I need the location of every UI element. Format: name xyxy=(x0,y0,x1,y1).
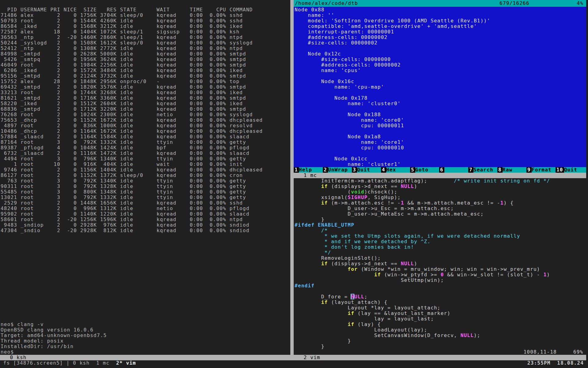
vim-code-line: if (win->w_ptyfd >= 0 && win->w_slot != … xyxy=(295,272,583,278)
vim-code-line: if (lay) { xyxy=(295,322,583,327)
fn-key-10-quit[interactable]: 10Quit xyxy=(556,167,585,173)
fn-key-label: UnWrap xyxy=(328,167,348,173)
vim-code-line: SetCanvasWindow(D_forecv, NULL); xyxy=(295,333,583,338)
window-tab-1: 1 mc xyxy=(90,360,110,366)
process-table: PID USERNAME PRI NICE SIZE RES STATE WAI… xyxy=(1,7,263,233)
vim-code-line: if (layout_attach) { xyxy=(295,300,583,305)
fn-key-number: 3 xyxy=(352,167,357,173)
window-tab-2: 2* vim xyxy=(110,360,136,366)
fn-key-number: 5 xyxy=(410,167,415,173)
vim-code-line: /* xyxy=(295,228,583,233)
fn-key-label: Format xyxy=(532,167,552,173)
status-bar: fs [34876.screen5] | 0 ksh 1 mc 2* vim 2… xyxy=(0,360,588,366)
window-tab-0: 0 ksh xyxy=(73,360,89,366)
clock: 23:55PM 18.08.24 xyxy=(527,360,584,366)
mc-window-bar: 1 mc xyxy=(294,173,586,178)
fn-key-6[interactable]: 6 xyxy=(439,167,468,173)
fn-key-number: 1 xyxy=(294,167,299,173)
screen-session: PID USERNAME PRI NICE SIZE RES STATE WAI… xyxy=(0,0,588,368)
vim-code-line: RemoveLoginSlot(); xyxy=(295,255,583,261)
fn-key-number: 6 xyxy=(439,167,444,173)
pane-divider xyxy=(290,0,294,355)
session-name: fs [34876.screen5] | xyxy=(0,360,73,366)
fn-key-9-format[interactable]: 9Format xyxy=(526,167,556,173)
mc-viewer-percent: 4% xyxy=(577,1,583,6)
fn-key-number: 4 xyxy=(381,167,386,173)
vim-code-line: Layout *lay = layout_attach; xyxy=(295,305,583,311)
fn-key-label: Raw xyxy=(503,167,513,173)
vim-code-line: if (displays->d_next == NULL) xyxy=(295,184,583,189)
vim-code-line xyxy=(295,289,583,294)
fn-key-label: Help xyxy=(299,167,312,173)
vim-code-line: InitTerm(m->m.attach.adaptflag); /* writ… xyxy=(295,178,583,184)
mc-viewer-content: Node 0x88 name: '' model: 'SoftIron Over… xyxy=(295,7,490,167)
vim-ruler: 1008,11-18 69% xyxy=(295,349,583,355)
ksh-window-bar-label: 0 ksh xyxy=(0,355,27,360)
vim-code-line: #ifdef ENABLE_UTMP xyxy=(295,222,583,228)
fn-key-label: Search xyxy=(473,167,493,173)
fn-key-number: 2 xyxy=(323,167,328,173)
vim-code-line: D_user->u_MetaEsc = m->m.attach.meta_esc… xyxy=(295,211,583,217)
mc-viewer-position: 679/16266 xyxy=(499,1,530,6)
fn-key-number: 10 xyxy=(556,167,564,173)
vim-code-line: * don't log zomies back in! xyxy=(295,244,583,250)
vim-code-line: * we set the Utmp slots again, if we wer… xyxy=(295,233,583,239)
fn-key-1-help[interactable]: 1Help xyxy=(294,167,323,173)
mc-viewer-path: /home/alex/code/dtb xyxy=(295,1,358,6)
fn-key-5-goto[interactable]: 5Goto xyxy=(410,167,439,173)
vim-code-line: if (displays->d_next == NULL) xyxy=(295,261,583,266)
vim-code-line: D_user->u_Esc = m->m.attach.esc; xyxy=(295,206,583,211)
vim-code-line: * and if we were detached by ^Z. xyxy=(295,239,583,244)
fn-key-number: 9 xyxy=(526,167,532,173)
vim-code-line: } xyxy=(295,344,583,349)
vim-code-line: } xyxy=(295,338,583,344)
vim-code-line: xsignal(SIGHUP, SigHup); xyxy=(295,195,583,200)
mc-viewer-header: /home/alex/code/dtb 679/16266 4% xyxy=(294,0,586,7)
fn-key-label: Goto xyxy=(415,167,428,173)
fn-key-label: Hex xyxy=(386,167,396,173)
fn-key-4-hex[interactable]: 4Hex xyxy=(381,167,410,173)
mc-viewer-body: Node 0x88 name: '' model: 'SoftIron Over… xyxy=(294,7,586,167)
vim-code-line: if (m->m.attach.esc != -1 && m->m.attach… xyxy=(295,200,583,206)
vim-code-line: #endif xyxy=(295,283,583,289)
vim-code-line: lay = layout_last; xyxy=(295,316,583,322)
vim-code-line: } xyxy=(295,217,583,222)
fn-key-3-quit[interactable]: 3Quit xyxy=(352,167,381,173)
status-windows: fs [34876.screen5] | 0 ksh 1 mc 2* vim xyxy=(0,360,136,366)
shell-output: neo$ clang -v OpenBSD clang version 16.0… xyxy=(1,322,107,355)
vim-code-line: LoadLayout(lay); xyxy=(295,327,583,333)
vim-code: InitTerm(m->m.attach.adaptflag); /* writ… xyxy=(295,178,583,355)
vim-code-line: if (lay == &layout_last_marker) xyxy=(295,311,583,316)
fn-key-number: 8 xyxy=(497,167,503,173)
fn-key-number: 7 xyxy=(468,167,473,173)
vim-code-line: D_fore = NULL; xyxy=(295,294,583,300)
fn-key-2-unwrap[interactable]: 2UnWrap xyxy=(323,167,352,173)
vim-code-line: for (Window *win = mru_window; win; win … xyxy=(295,266,583,272)
vim-code-line: SetUtmp(win); xyxy=(295,278,583,283)
fn-key-7-search[interactable]: 7Search xyxy=(468,167,497,173)
mc-function-key-bar: 1Help2UnWrap3Quit4Hex5Goto67Search8Raw9F… xyxy=(294,167,586,173)
vim-window-bar-label: 2 vim xyxy=(294,355,320,360)
fn-key-label: Quit xyxy=(564,167,577,173)
fn-key-8-raw[interactable]: 8Raw xyxy=(497,167,526,173)
vim-code-line: (void)chsock(); xyxy=(295,189,583,195)
window-bar-row: 0 ksh 2 vim xyxy=(0,355,586,360)
mc-window-bar-label: 1 mc xyxy=(294,172,317,178)
fn-key-label: Quit xyxy=(357,167,370,173)
vim-code-line: */ xyxy=(295,250,583,255)
